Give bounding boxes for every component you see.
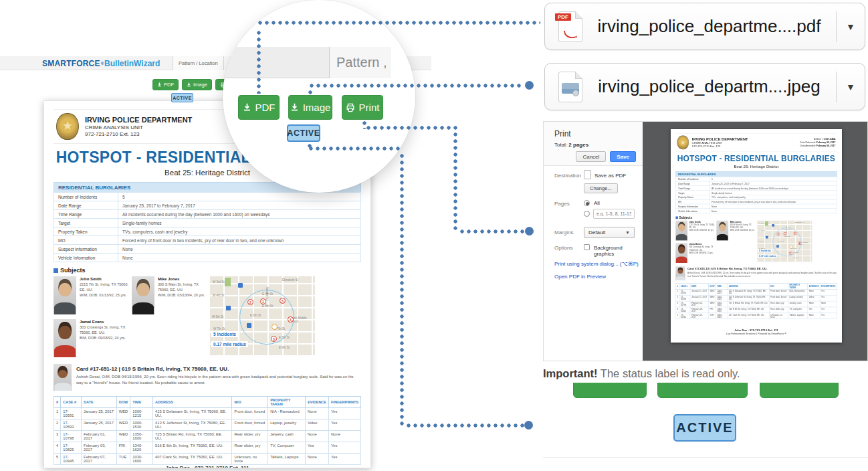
table-cell: 415 S Delaware St, Irving, TX 75060, EE.… bbox=[153, 408, 232, 419]
table-row: 117-10591January 25, 2017WED1000-1215415… bbox=[54, 408, 361, 419]
table-row: Vehicle InformationNone bbox=[54, 254, 361, 262]
subject-dob: W/M, DOB: 01/13/92, 25 yrs. bbox=[80, 293, 132, 298]
cancel-button[interactable]: Cancel bbox=[576, 151, 606, 162]
column-header: # bbox=[54, 397, 61, 408]
connector-print bbox=[459, 229, 526, 233]
subject-card: Mike Jones 300 S Main St, Irving, TX 750… bbox=[716, 221, 757, 241]
table-cell: 17-10825 bbox=[679, 307, 690, 313]
save-button[interactable]: Save bbox=[610, 151, 636, 162]
table-cell: TUE bbox=[116, 454, 130, 465]
case-log-table: #CASE #DATEDOWTIMEADDRESSM/OPROPERTY TAK… bbox=[675, 283, 837, 319]
image-file-icon bbox=[558, 72, 582, 102]
table-row: 117-10591January 25, 2017WED1000-1215415… bbox=[676, 289, 837, 295]
street-label: E 5th St bbox=[784, 236, 790, 238]
pages-range-input[interactable] bbox=[593, 209, 635, 219]
margins-value: Default bbox=[588, 229, 605, 236]
table-cell: Single-family homes bbox=[118, 219, 361, 227]
table-row: Property TakenTVs, computers, cash and j… bbox=[676, 195, 837, 199]
print-dialog-title: Print bbox=[554, 129, 571, 138]
column-header: PROPERTY TAKEN bbox=[268, 397, 306, 408]
table-row: MOForced entry of front door in two inci… bbox=[54, 236, 361, 245]
incident-marker: 4 bbox=[288, 316, 294, 322]
table-cell: Yes bbox=[820, 313, 837, 319]
table-cell: Front door, forced bbox=[769, 295, 788, 301]
pages-all-radio[interactable] bbox=[584, 200, 590, 206]
column-header: TIME bbox=[716, 283, 728, 289]
incident-marker: 3 bbox=[271, 336, 277, 342]
margins-select[interactable]: Default ▼ bbox=[584, 227, 635, 238]
connector-status bbox=[400, 153, 404, 426]
download-bar-jpeg[interactable]: irving_police_departm....jpeg ▼ bbox=[544, 63, 865, 110]
table-cell: 1000-1215 bbox=[716, 289, 728, 295]
background-graphics-checkbox[interactable] bbox=[584, 244, 590, 250]
pdf-button[interactable]: PDF bbox=[152, 79, 179, 90]
street-label: E 6th St bbox=[778, 240, 784, 242]
table-cell: Jewelry, cash bbox=[788, 301, 808, 307]
table-cell: N/A - Ransacked bbox=[788, 289, 808, 295]
table-cell: Front door, forced bbox=[232, 408, 268, 419]
date-amended-label: Date Amended: bbox=[800, 145, 815, 147]
map-poi-marker bbox=[226, 306, 231, 310]
summary-table: Number of Incidents5Date RangeJanuary 25… bbox=[53, 192, 361, 262]
pdf-button-magnified[interactable]: PDF bbox=[238, 95, 280, 120]
incident-marker: 1 bbox=[260, 298, 266, 304]
image-button[interactable]: Image bbox=[182, 79, 212, 90]
department-name: IRVING POLICE DEPARTMENT bbox=[692, 136, 748, 140]
image-button-magnified[interactable]: Image bbox=[288, 95, 332, 120]
table-cell: Front door, forced bbox=[769, 289, 788, 295]
cropped-green-button[interactable] bbox=[657, 383, 748, 398]
print-dialog-actions: Cancel Save bbox=[576, 151, 636, 162]
print-button-magnified[interactable]: Print bbox=[342, 95, 383, 120]
pages-label: Pages bbox=[554, 201, 570, 207]
subject-info: John Smith 2215 7th St, Irving, TX 75060… bbox=[689, 221, 717, 241]
subjects-label-text: Subjects bbox=[60, 267, 86, 274]
column-header: ADDRESS bbox=[728, 283, 769, 289]
table-row: 317-10798February 01, 2017WED1350-160072… bbox=[54, 431, 361, 442]
subject-card: Mike Jones 300 S Main St, Irving, TX 750… bbox=[132, 276, 210, 314]
tab-pattern-location[interactable]: Pattern / Location bbox=[173, 56, 224, 70]
table-cell: 17-10593 bbox=[679, 295, 690, 301]
change-destination-button[interactable]: Change... bbox=[584, 183, 618, 193]
download-menu-caret[interactable]: ▼ bbox=[837, 82, 865, 92]
street-label: Elizabeth St bbox=[795, 221, 804, 223]
cropped-green-button[interactable] bbox=[573, 383, 647, 398]
table-cell: 725 S Britain Rd, Irving, TX 75060, EE. … bbox=[728, 301, 769, 307]
pdf-file-icon: PDF bbox=[558, 11, 582, 42]
subject-address: 2215 7th St, Irving, TX 75060, EE. UU. bbox=[689, 223, 717, 229]
table-cell: Front door, forced bbox=[232, 419, 268, 431]
card-location-marker bbox=[789, 246, 792, 249]
pages-range-radio[interactable] bbox=[584, 211, 590, 217]
download-menu-caret[interactable]: ▼ bbox=[837, 21, 865, 32]
system-dialog-link[interactable]: Print using system dialog... (⌥⌘P) bbox=[554, 261, 639, 267]
status-badge: ACTIVE bbox=[171, 93, 193, 102]
map-poi-marker bbox=[772, 224, 774, 227]
cropped-green-button[interactable] bbox=[760, 383, 839, 398]
table-cell: None bbox=[710, 204, 837, 209]
connector-endpoint bbox=[524, 421, 533, 430]
subject-dob: B/M, DOB: 09/03/92, 24 yrs. bbox=[689, 252, 717, 254]
subject-address: 2215 7th St, Irving, TX 75060, EE. UU. bbox=[80, 282, 132, 293]
important-note-text: The status label is read only. bbox=[598, 367, 740, 379]
table-cell: January 25, 2017 bbox=[690, 289, 709, 295]
summary-table-header: RESIDENTIAL BURGLARIES bbox=[675, 171, 837, 177]
download-icon bbox=[157, 82, 162, 87]
connector-endpoint bbox=[525, 227, 534, 236]
subject-name: Mike Jones bbox=[158, 276, 210, 282]
table-cell: Vehicle Information bbox=[676, 209, 710, 213]
table-cell: WED bbox=[709, 289, 716, 295]
table-cell: Unknown, no force bbox=[769, 313, 788, 319]
card-subject-photo bbox=[53, 364, 72, 391]
download-bar-pdf[interactable]: PDF irving_police_departme....pdf ▼ bbox=[544, 3, 865, 50]
brand-primary: SMARTFORCE bbox=[42, 59, 100, 68]
print-dialog-header: Print Total: 2 pages Cancel Save bbox=[544, 122, 643, 166]
column-header: CASE # bbox=[61, 397, 82, 408]
police-badge-logo bbox=[677, 135, 689, 149]
open-pdf-preview-link[interactable]: Open PDF in Preview bbox=[554, 274, 606, 280]
table-cell: 5 bbox=[710, 177, 837, 181]
app-logo: SMARTFORCE®BulletinWizard bbox=[42, 56, 160, 70]
table-cell: Yes bbox=[329, 419, 361, 431]
table-row: Date RangeJanuary 25, 2017 to February 7… bbox=[676, 181, 837, 186]
column-header: FINGERPRINTS bbox=[820, 283, 837, 289]
incident-marker: 2 bbox=[777, 233, 780, 236]
incident-marker: 5 bbox=[280, 298, 286, 304]
